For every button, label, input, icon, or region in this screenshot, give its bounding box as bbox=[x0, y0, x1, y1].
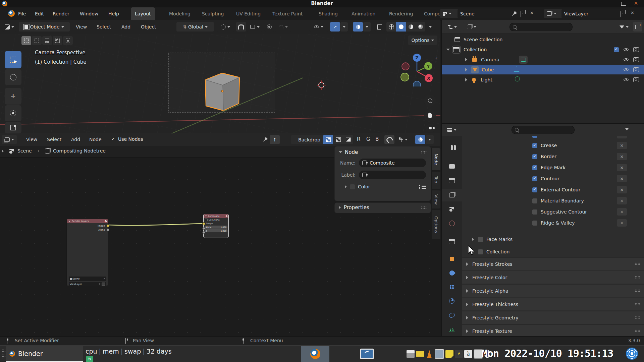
minimize-button[interactable]: – bbox=[611, 1, 619, 6]
expand-color-icon[interactable] bbox=[345, 185, 346, 188]
blender-menu-icon[interactable] bbox=[8, 10, 15, 17]
sidebar-tab-view[interactable]: View bbox=[431, 190, 440, 209]
node-scene-field[interactable]: Scene ✕ bbox=[69, 277, 106, 281]
tab-uv-editing[interactable]: UV Editing bbox=[232, 7, 265, 20]
new-scene-button[interactable] bbox=[521, 11, 521, 17]
new-collection-button[interactable]: + bbox=[633, 22, 642, 32]
render-button-icon[interactable] bbox=[102, 283, 105, 286]
node-menu-node[interactable]: Node bbox=[86, 133, 105, 146]
node-overlays-toggle[interactable] bbox=[415, 135, 425, 144]
outliner-filter-type[interactable] bbox=[463, 22, 480, 32]
tray-network-icon[interactable] bbox=[626, 348, 638, 360]
object-data-props-icon[interactable] bbox=[449, 326, 455, 332]
breadcrumb-nodetree[interactable]: Compositing Nodetree bbox=[53, 148, 106, 154]
outliner-row-camera[interactable]: Camera bbox=[442, 55, 644, 64]
outliner-row-collection[interactable]: Collection bbox=[442, 45, 644, 54]
menu-window[interactable]: Window bbox=[76, 7, 102, 20]
shading-material-button[interactable] bbox=[406, 22, 416, 32]
disable-render-icon[interactable] bbox=[633, 57, 639, 62]
viewport-menu-select[interactable]: Select bbox=[93, 20, 114, 34]
taskbar-app-blender[interactable]: Blender bbox=[6, 346, 83, 362]
disclosure-icon[interactable] bbox=[465, 78, 467, 81]
tool-cursor[interactable] bbox=[5, 69, 21, 85]
tray-power-icon[interactable]: ⚡ bbox=[455, 350, 463, 358]
tab-layout[interactable]: Layout bbox=[131, 7, 155, 20]
backdrop-color-alpha-button[interactable] bbox=[323, 135, 333, 144]
hide-icon[interactable] bbox=[624, 77, 629, 82]
node-viewlayer-field[interactable]: ViewLayer bbox=[69, 282, 106, 286]
taskbar-display-icon[interactable] bbox=[355, 347, 379, 361]
outliner-row-light[interactable]: Light bbox=[442, 75, 644, 84]
tray-mail-icon[interactable] bbox=[416, 350, 424, 358]
visibility-dropdown[interactable] bbox=[309, 22, 328, 32]
composite-node[interactable]: Composite Use Alpha Image Alpha 1.000 Z … bbox=[204, 214, 228, 238]
system-monitor[interactable]: cpu| mem| swap| 32 days bbox=[86, 348, 172, 355]
axis-gizmo[interactable]: Z Y X bbox=[400, 53, 435, 86]
expand-icon[interactable] bbox=[2, 149, 4, 153]
proportional-editing-toggle[interactable] bbox=[264, 22, 274, 32]
remove-icon[interactable]: ✕ bbox=[617, 153, 627, 160]
disable-render-icon[interactable] bbox=[633, 77, 639, 82]
presets-list-icon[interactable] bbox=[419, 184, 426, 189]
panel-grip-icon[interactable] bbox=[635, 289, 640, 292]
viewport-menu-object[interactable]: Object bbox=[138, 20, 160, 34]
outliner-display-mode[interactable] bbox=[444, 22, 461, 32]
remove-icon[interactable]: ✕ bbox=[617, 208, 627, 216]
panel-freestyle-strokes[interactable]: Freestyle Strokes bbox=[462, 257, 644, 270]
light-data-icon[interactable] bbox=[515, 76, 520, 81]
snap-toggle[interactable] bbox=[236, 22, 246, 32]
node-menu-add[interactable]: Add bbox=[68, 133, 84, 146]
panel-grip-icon[interactable] bbox=[635, 329, 640, 333]
panel-grip-icon[interactable] bbox=[635, 262, 640, 265]
hide-icon[interactable] bbox=[624, 57, 629, 62]
outliner-row-cube[interactable]: Cube bbox=[442, 65, 644, 74]
backdrop-alpha-button[interactable] bbox=[343, 135, 353, 144]
collapse-region-icon[interactable]: ‹ bbox=[435, 55, 437, 61]
remove-icon[interactable]: ✕ bbox=[617, 219, 627, 227]
pivot-point-selector[interactable] bbox=[217, 22, 234, 32]
use-alpha-checkbox[interactable] bbox=[205, 219, 208, 221]
panel-grip-icon[interactable] bbox=[421, 206, 427, 209]
alpha-output-socket[interactable] bbox=[106, 228, 109, 231]
tray-vlc-icon[interactable] bbox=[425, 350, 433, 358]
maximize-button[interactable] bbox=[621, 2, 626, 6]
disclosure-icon[interactable] bbox=[465, 68, 467, 71]
panel-grip-icon[interactable] bbox=[635, 303, 640, 306]
z-input-socket[interactable] bbox=[202, 231, 205, 234]
node-properties-panel[interactable]: Properties bbox=[335, 203, 431, 213]
gizmos-toggle[interactable]: ↗ bbox=[330, 22, 340, 32]
scene-props-icon[interactable] bbox=[449, 206, 455, 212]
constraints-props-icon[interactable] bbox=[449, 312, 455, 318]
remove-viewlayer-button[interactable]: ✕ bbox=[631, 10, 634, 15]
remove-icon[interactable]: ✕ bbox=[617, 142, 627, 149]
viewlayer-name-field[interactable]: ViewLayer bbox=[561, 9, 623, 18]
editor-type-button[interactable] bbox=[2, 22, 16, 32]
close-icon[interactable]: ✕ bbox=[103, 278, 105, 280]
collection-checkbox[interactable] bbox=[478, 249, 483, 254]
tray-printer-icon[interactable] bbox=[407, 350, 415, 358]
panel-grip-icon[interactable] bbox=[635, 316, 640, 319]
z-slider[interactable]: Z 1.000 bbox=[205, 229, 227, 232]
unlink-scene-button[interactable]: ✕ bbox=[530, 10, 534, 15]
new-viewlayer-button[interactable] bbox=[621, 11, 621, 17]
suggestive-contour-checkbox[interactable] bbox=[532, 209, 537, 215]
zoom-button[interactable] bbox=[424, 95, 436, 107]
alpha-slider[interactable]: Alpha 1.000 bbox=[205, 226, 227, 229]
hide-icon[interactable] bbox=[624, 47, 629, 52]
transform-orientation-selector[interactable]: ⇅ Global bbox=[176, 22, 214, 32]
collection-props-icon[interactable] bbox=[449, 238, 455, 244]
overlays-toggle[interactable] bbox=[353, 22, 363, 32]
disable-render-icon[interactable] bbox=[633, 47, 639, 52]
properties-options-dropdown[interactable] bbox=[625, 128, 629, 130]
panel-freestyle-alpha[interactable]: Freestyle Alpha bbox=[462, 284, 644, 297]
color-checkbox[interactable] bbox=[350, 184, 355, 189]
tool-move[interactable]: ✛ bbox=[5, 88, 21, 105]
crease-checkbox[interactable] bbox=[532, 143, 537, 148]
alpha-input-socket[interactable] bbox=[202, 227, 205, 230]
node-overlays-dropdown[interactable] bbox=[426, 135, 434, 144]
camera-data-badge[interactable] bbox=[519, 56, 528, 64]
trash-icon[interactable]: ↻ bbox=[86, 356, 93, 362]
pan-hand-button[interactable] bbox=[424, 109, 436, 121]
select-invert-button[interactable] bbox=[53, 36, 62, 45]
panel-freestyle-color[interactable]: Freestyle Color bbox=[462, 271, 644, 284]
